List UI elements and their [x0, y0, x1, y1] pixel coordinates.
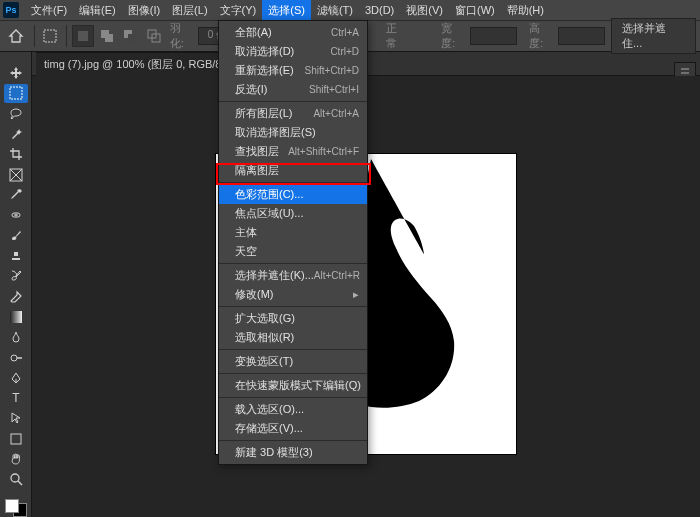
menu-item-find-layers[interactable]: 查找图层Alt+Shift+Ctrl+F: [219, 142, 367, 161]
select-menu-dropdown: 全部(A)Ctrl+A 取消选择(D)Ctrl+D 重新选择(E)Shift+C…: [218, 20, 368, 465]
path-select-tool-icon[interactable]: [4, 409, 28, 427]
select-and-mask-button[interactable]: 选择并遮住...: [611, 18, 696, 54]
hand-tool-icon[interactable]: [4, 450, 28, 468]
color-swatches[interactable]: [5, 499, 27, 517]
zoom-tool-icon[interactable]: [4, 470, 28, 488]
history-brush-tool-icon[interactable]: [4, 267, 28, 285]
crop-tool-icon[interactable]: [4, 145, 28, 163]
menu-item-focus-area[interactable]: 焦点区域(U)...: [219, 204, 367, 223]
menu-item-modify[interactable]: 修改(M)▸: [219, 285, 367, 304]
blur-tool-icon[interactable]: [4, 328, 28, 346]
mode-select[interactable]: 正常: [386, 21, 408, 51]
svg-point-16: [11, 355, 17, 361]
menu-item-isolate-layers[interactable]: 隔离图层: [219, 161, 367, 180]
menu-3d[interactable]: 3D(D): [359, 1, 400, 19]
feather-label: 羽化:: [170, 21, 195, 51]
menu-item-sky[interactable]: 天空: [219, 242, 367, 261]
svg-line-21: [18, 481, 22, 485]
chevron-right-icon: ▸: [353, 288, 359, 301]
shape-tool-icon[interactable]: [4, 430, 28, 448]
menu-select[interactable]: 选择(S): [262, 0, 311, 21]
menu-window[interactable]: 窗口(W): [449, 0, 501, 21]
menu-item-inverse[interactable]: 反选(I)Shift+Ctrl+I: [219, 80, 367, 99]
home-icon[interactable]: [4, 24, 28, 48]
new-selection-icon[interactable]: [72, 25, 94, 47]
eyedropper-tool-icon[interactable]: [4, 186, 28, 204]
menu-item-save-selection[interactable]: 存储选区(V)...: [219, 419, 367, 438]
brush-tool-icon[interactable]: [4, 227, 28, 245]
dodge-tool-icon[interactable]: [4, 348, 28, 366]
frame-tool-icon[interactable]: [4, 166, 28, 184]
menu-item-similar[interactable]: 选取相似(R): [219, 328, 367, 347]
add-selection-icon[interactable]: [96, 25, 118, 47]
menu-item-reselect[interactable]: 重新选择(E)Shift+Ctrl+D: [219, 61, 367, 80]
marquee-tool-icon[interactable]: [4, 84, 28, 102]
app-logo: Ps: [3, 2, 19, 18]
menu-item-subject[interactable]: 主体: [219, 223, 367, 242]
menu-item-all-layers[interactable]: 所有图层(L)Alt+Ctrl+A: [219, 104, 367, 123]
menu-item-all[interactable]: 全部(A)Ctrl+A: [219, 23, 367, 42]
height-label: 高度:: [529, 21, 554, 51]
svg-point-20: [11, 474, 19, 482]
menu-item-quick-mask[interactable]: 在快速蒙版模式下编辑(Q): [219, 376, 367, 395]
document-tab-title: timg (7).jpg @ 100% (图层 0, RGB/8) *: [44, 57, 232, 72]
eraser-tool-icon[interactable]: [4, 287, 28, 305]
menu-item-select-and-mask[interactable]: 选择并遮住(K)...Alt+Ctrl+R: [219, 266, 367, 285]
marquee-tool-icon[interactable]: [40, 25, 62, 47]
lasso-tool-icon[interactable]: [4, 105, 28, 123]
menu-layer[interactable]: 图层(L): [166, 0, 213, 21]
pen-tool-icon[interactable]: [4, 369, 28, 387]
menu-file[interactable]: 文件(F): [25, 0, 73, 21]
intersect-selection-icon[interactable]: [143, 25, 165, 47]
menu-bar: Ps 文件(F) 编辑(E) 图像(I) 图层(L) 文字(Y) 选择(S) 滤…: [0, 0, 700, 20]
wand-tool-icon[interactable]: [4, 125, 28, 143]
menu-type[interactable]: 文字(Y): [214, 0, 263, 21]
menu-help[interactable]: 帮助(H): [501, 0, 550, 21]
tool-bar: T: [0, 52, 32, 517]
menu-item-load-selection[interactable]: 载入选区(O)...: [219, 400, 367, 419]
width-input[interactable]: [470, 27, 517, 45]
svg-rect-15: [10, 311, 22, 323]
menu-item-grow[interactable]: 扩大选取(G): [219, 309, 367, 328]
menu-filter[interactable]: 滤镜(T): [311, 0, 359, 21]
menu-item-deselect-layers[interactable]: 取消选择图层(S): [219, 123, 367, 142]
stamp-tool-icon[interactable]: [4, 247, 28, 265]
svg-rect-5: [128, 34, 136, 42]
menu-item-deselect[interactable]: 取消选择(D)Ctrl+D: [219, 42, 367, 61]
svg-rect-3: [105, 34, 113, 42]
svg-rect-8: [10, 87, 22, 99]
menu-item-transform-selection[interactable]: 变换选区(T): [219, 352, 367, 371]
healing-tool-icon[interactable]: [4, 206, 28, 224]
svg-rect-1: [78, 31, 88, 41]
menu-item-new-3d[interactable]: 新建 3D 模型(3): [219, 443, 367, 462]
gradient-tool-icon[interactable]: [4, 308, 28, 326]
type-tool-icon[interactable]: T: [4, 389, 28, 407]
svg-rect-19: [11, 434, 21, 444]
menu-item-color-range[interactable]: 色彩范围(C)...: [219, 185, 367, 204]
menu-view[interactable]: 视图(V): [400, 0, 449, 21]
svg-rect-0: [44, 30, 56, 42]
svg-text:T: T: [12, 391, 20, 405]
subtract-selection-icon[interactable]: [119, 25, 141, 47]
menu-image[interactable]: 图像(I): [122, 0, 166, 21]
width-label: 宽度:: [441, 21, 466, 51]
move-tool-icon[interactable]: [4, 64, 28, 82]
menu-edit[interactable]: 编辑(E): [73, 0, 122, 21]
height-input[interactable]: [558, 27, 605, 45]
